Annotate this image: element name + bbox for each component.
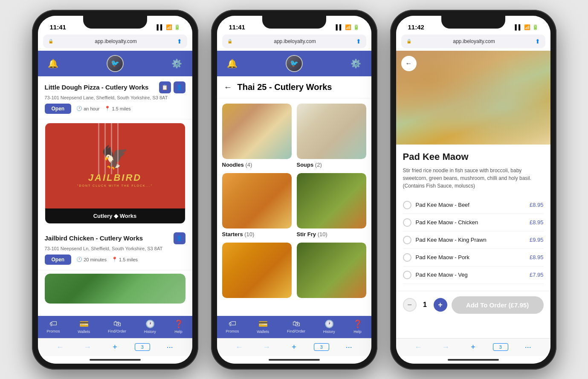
option-row-beef[interactable]: Pad Kee Maow - Beef £8.95 [403, 197, 544, 214]
add-to-order-btn[interactable]: Add To Order (£7.95) [452, 296, 544, 314]
cage-bar [98, 123, 99, 174]
qty-minus-btn[interactable]: − [403, 298, 417, 312]
browser-menu-3[interactable]: ··· [520, 343, 536, 352]
restaurant-item-pizza[interactable]: Little Dough Pizza - Cutlery Works 📋 👤 7… [38, 76, 192, 119]
url-2: app.ibeloyalty.com [234, 38, 356, 44]
restaurant-meta-jailbird: Open 🕐 20 minutes 📍 1.5 miles [45, 255, 185, 265]
phone-1: 11:41 ▌▌ 📶 🔋 🔒 app.ibeloyalty.com ⬆ 🔔 🐦 [32, 10, 198, 370]
category-starters[interactable]: Starters (10) [222, 173, 292, 237]
jailbird-icon-1[interactable]: 👤 [174, 232, 185, 244]
bell-icon-2[interactable]: 🔔 [226, 57, 239, 70]
noodles-count: (4) [245, 162, 252, 168]
radio-beef[interactable] [403, 201, 411, 209]
browser-bar-1[interactable]: 🔒 app.ibeloyalty.com ⬆ [43, 35, 187, 48]
avatar-image-2: 🐦 [287, 56, 302, 71]
nav-history-2[interactable]: 🕐 History [323, 319, 335, 334]
share-icon-1[interactable]: ⬆ [177, 38, 182, 45]
share-icon-2[interactable]: ⬆ [356, 38, 361, 45]
nav-help-2[interactable]: ❓ Help [353, 319, 362, 334]
jailbird-card[interactable]: 🦅 JAILBIRD "DONT CLUCK WITH THE FLOCK...… [45, 123, 185, 224]
cage-bar [111, 123, 112, 174]
distance-pizza: 📍 1.5 miles [104, 106, 130, 111]
pizza-icon-1[interactable]: 📋 [159, 81, 171, 93]
nav-findorder-1[interactable]: 🛍 Find/Order [108, 319, 126, 334]
category-noodles[interactable]: Noodles (4) [222, 104, 292, 168]
location-icon-pizza: 📍 [104, 106, 110, 111]
help-icon-1: ❓ [174, 319, 183, 329]
browser-add-3[interactable]: + [465, 343, 481, 352]
browser-tabs-3[interactable]: 3 [493, 343, 508, 351]
browser-add-1[interactable]: + [107, 343, 122, 352]
home-bar-1 [90, 359, 141, 361]
app-header-1: 🔔 🐦 ⚙️ [38, 51, 192, 76]
option-row-pork[interactable]: Pad Kee Maow - Pork £8.95 [403, 249, 544, 266]
bell-icon-1[interactable]: 🔔 [46, 57, 60, 70]
radio-kingprawn[interactable] [403, 236, 411, 244]
battery-icon-2: 🔋 [353, 24, 359, 30]
radio-pork[interactable] [403, 253, 411, 262]
browser-forward-2[interactable]: → [259, 343, 274, 352]
qty-plus-btn[interactable]: + [434, 298, 447, 312]
nav-findorder-2[interactable]: 🛍 Find/Order [287, 319, 305, 334]
cage-bar [117, 123, 119, 174]
option-price-pork: £8.95 [530, 254, 544, 260]
browser-menu-1[interactable]: ··· [162, 343, 177, 352]
item-back-btn[interactable]: ← [401, 56, 417, 71]
settings-icon-1[interactable]: ⚙️ [170, 57, 184, 70]
findorder-icon-2: 🛍 [293, 319, 300, 328]
nav-wallets-1[interactable]: 💳 Wallets [78, 319, 90, 334]
add-to-order-bar: − 1 + Add To Order (£7.95) [396, 291, 550, 319]
avatar-2[interactable]: 🐦 [286, 55, 303, 72]
restaurant-item-jailbird[interactable]: Jailbird Chicken - Cutlery Works 👤 73-10… [38, 227, 192, 270]
partial-img-1 [45, 274, 185, 304]
browser-add-2[interactable]: + [286, 343, 301, 352]
stirfry-label: Stir Fry (10) [297, 231, 366, 237]
browser-bottom-1: ← → + 3 ··· [38, 338, 192, 356]
nav-promos-1[interactable]: 🏷 Promos [46, 319, 60, 334]
share-icon-3[interactable]: ⬆ [535, 38, 540, 45]
open-btn-pizza[interactable]: Open [45, 104, 72, 114]
jailbird-footer: Cutlery ◆ Works [45, 208, 185, 223]
browser-forward-3[interactable]: → [438, 343, 453, 352]
option-price-beef: £8.95 [530, 202, 544, 208]
category-soups[interactable]: Soups (2) [297, 104, 366, 168]
nav-promos-2[interactable]: 🏷 Promos [226, 319, 239, 334]
pizza-icon-2[interactable]: 👤 [174, 81, 185, 93]
cage-bars [98, 123, 132, 174]
back-btn-2[interactable]: ← [224, 82, 232, 92]
option-price-kingprawn: £9.95 [530, 237, 544, 243]
restaurant-name-pizza: Little Dough Pizza - Cutlery Works 📋 👤 [45, 81, 185, 93]
category-stirfry[interactable]: Stir Fry (10) [297, 173, 366, 237]
browser-back-2[interactable]: ← [232, 343, 247, 352]
browser-tabs-2[interactable]: 3 [314, 343, 329, 351]
category-curry-partial [222, 243, 292, 298]
wallets-icon-1: 💳 [79, 319, 89, 329]
radio-chicken[interactable] [403, 218, 411, 227]
restaurant-address-pizza: 73-101 Neepsend Lane, Sheffield, South Y… [45, 95, 185, 100]
help-icon-2: ❓ [353, 319, 362, 329]
lock-icon-1: 🔒 [48, 39, 53, 43]
browser-bar-3[interactable]: 🔒 app.ibeloyalty.com ⬆ [401, 35, 545, 48]
browser-back-3[interactable]: ← [411, 343, 426, 352]
browser-bar-2[interactable]: 🔒 app.ibeloyalty.com ⬆ [222, 35, 366, 48]
option-row-kingprawn[interactable]: Pad Kee Maow - King Prawn £9.95 [403, 231, 544, 249]
menu-grid-partial [217, 243, 371, 303]
browser-back-1[interactable]: ← [52, 343, 68, 352]
option-name-beef: Pad Kee Maow - Beef [416, 202, 469, 208]
nav-help-1[interactable]: ❓ Help [174, 319, 183, 334]
nav-wallets-2[interactable]: 💳 Wallets [257, 319, 269, 334]
open-btn-jailbird[interactable]: Open [45, 255, 72, 265]
url-3: app.ibeloyalty.com [413, 38, 535, 44]
avatar-1[interactable]: 🐦 [107, 55, 124, 72]
settings-icon-2[interactable]: ⚙️ [349, 57, 363, 70]
menu-page: ← Thai 25 - Cutlery Works Noodles (4) [217, 76, 371, 316]
location-icon-jailbird: 📍 [112, 257, 118, 262]
browser-forward-1[interactable]: → [80, 343, 95, 352]
option-row-chicken[interactable]: Pad Kee Maow - Chicken £8.95 [403, 214, 544, 231]
nav-history-1[interactable]: 🕐 History [144, 319, 156, 334]
radio-veg[interactable] [403, 271, 411, 279]
browser-tabs-1[interactable]: 3 [135, 343, 150, 351]
option-row-veg[interactable]: Pad Kee Maow - Veg £7.95 [403, 266, 544, 284]
item-title: Pad Kee Maow [403, 151, 544, 162]
browser-menu-2[interactable]: ··· [341, 343, 356, 352]
